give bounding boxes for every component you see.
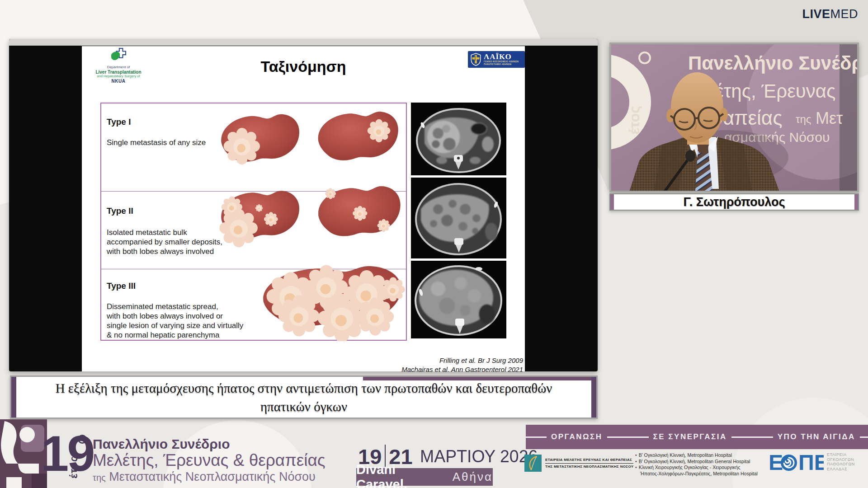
laiko-hospital-logo: ΛΑΪΚΟ ΓΕΝΙΚΟ ΝΟΣΟΚΟΜΕΙΟ ΑΘΗΝΩΝ ΠΑΝΕΠΙΣΤΗ… [468,51,525,68]
conference-logo [0,419,47,488]
liver-illustration-type2-right [311,182,404,249]
collab-item: •Β' Ογκολογική Κλινική, Metropolitan Gen… [635,459,766,465]
footer-conference-line1: Πανελλήνιο Συνέδριο [93,436,230,452]
backdrop-line1: Πανελλήνιο Συνέδρ [688,52,857,74]
collaboration-header: ΣΕ ΣΥΝΕΡΓΑΣΙΑ [653,432,727,441]
organization-header: ΟΡΓΑΝΩΣΗ [551,432,603,441]
edition-degree-mark [78,435,87,444]
lecture-title: Η εξέλιξη της μεταμόσχευσης ήπατος στην … [20,380,587,416]
footer-conf-line3-small: της [93,473,106,483]
backdrop-line3b: της [796,113,811,125]
presentation-slide: Department of Liver Transplantation and … [82,46,525,371]
venue-bar: Divani Caravel, Αθήνα [356,468,493,486]
eope-text-lines: ΕΤΑΙΡΕΙΑ ΟΓΚΟΛΟΓΩΝ ΠΑΘΟΛΟΓΩΝ ΕΛΛΑΔΑΣ [827,452,855,471]
lecture-title-line1: Η εξέλιξη της μεταμόσχευσης ήπατος στην … [56,379,552,398]
footer-conference-line2: Μελέτης, Έρευνας & θεραπείας [93,451,326,470]
bullet: • [635,465,637,470]
venue-city: Αθήνα [453,470,493,484]
auspices-header-group: ΥΠΟ ΤΗΝ ΑΙΓΙΔΑ [752,425,868,449]
eope-letters-pe: ΠΕ [798,451,824,474]
emeth-society-icon [524,455,542,472]
speaker-name-bar: Γ. Σωτηρόπουλος [609,193,859,211]
laiko-name: ΛΑΪΚΟ [484,53,519,61]
speaker-name: Γ. Σωτηρόπουλος [684,195,785,209]
slide-title: Ταξινόμηση [82,58,525,75]
ct-scan-type2 [411,178,506,258]
footer-conference-line3: της Μεταστατικής Νεοπλασματικής Νόσου [93,470,316,484]
lecture-bar-left-cap [11,377,16,418]
laiko-shield-icon [470,53,481,66]
name-bar-right-cap [854,194,858,210]
livemed-med: MED [830,7,859,21]
auspices-header: ΥΠΟ ΤΗΝ ΑΙΓΙΔΑ [778,432,855,441]
collab-item: •Κλινική Χειρουργικής Ογκολογίας - Χειρο… [635,465,766,471]
ct-scan-type3 [411,261,506,338]
reference-1: Frilling et al. Br J Surg 2009 [362,356,523,365]
reference-2: Machairas et al. Ann Gastroenterol 2021 [362,365,523,374]
livemed-live: LIVE [802,7,830,21]
dept-line4: NKUA [89,79,148,84]
ct-scan-type1 [411,103,506,175]
eope-line: ΟΓΚΟΛΟΓΩΝ [827,457,855,462]
collab-item-continuation: Ήπατος-Χοληφόρων-Παγκρέατος, Metropolita… [635,471,766,477]
backdrop-line2: Λέτης, Έρευνας [703,80,835,102]
emeth-line2: ΤΗΣ ΜΕΤΑΣΤΑΤΙΚΗΣ ΝΕΟΠΛΑΣΜΑΤΙΚΗΣ ΝΟΣΟΥ [545,465,633,469]
name-bar-left-cap [610,194,614,210]
collab-item: •Β' Ογκολογική Κλινική, Metropolitan Hos… [635,452,766,459]
lecture-title-bar: Η εξέλιξη της μεταμόσχευσης ήπατος στην … [10,375,598,419]
screen: LIVEMED Department of Liver Transplantat… [0,0,868,488]
header-line [752,436,773,438]
emeth-line1: ΕΤΑΙΡΕΙΑ ΜΕΛΕΤΗΣ ΕΡΕΥΝΑΣ ΚΑΙ ΘΕΡΑΠΕΙΑΣ [545,458,633,464]
eope-logo: Ε ΠΕ [769,451,824,474]
slide-top-strip [9,39,598,46]
speaker-video[interactable]: έτος Πανελλήνιο Συνέδρ Λέτης, Έρευνας ερ… [609,42,859,192]
eope-line: ΕΤΑΙΡΕΙΑ [827,452,855,457]
eope-line: ΠΑΘΟΛΟΓΩΝ [827,462,855,467]
eope-line: ΕΛΛΑΔΑΣ [827,467,855,472]
emeth-society-logo-block: ΕΤΑΙΡΕΙΑ ΜΕΛΕΤΗΣ ΕΡΕΥΝΑΣ ΚΑΙ ΘΕΡΑΠΕΙΑΣ Τ… [524,455,633,472]
lecture-title-line2: ηπατικών όγκων [260,398,347,416]
lecture-bar-right-cap [591,377,596,418]
eope-logo-block: Ε ΠΕ ΕΤΑΙΡΕΙΑ ΟΓΚΟΛΟΓΩΝ ΠΑΘΟΛΟΓΩΝ ΕΛΛΑΔΑ… [769,451,855,474]
liver-illustration-type3 [252,258,408,341]
collaboration-header-group: ΣΕ ΣΥΝΕΡΓΑΣΙΑ [628,425,752,449]
liver-illustration-type1-left [215,109,303,175]
bullet: • [635,459,637,464]
header-line [860,436,868,438]
collab-item-text: Β' Ογκολογική Κλινική, Metropolitan Hosp… [639,452,732,458]
liver-illustration-type1-right [311,108,402,173]
slide-references: Frilling et al. Br J Surg 2009 Machairas… [362,356,523,375]
venue-name: Divani Caravel, [356,462,449,488]
footer-purple-band: ΟΡΓΑΝΩΣΗ ΣΕ ΣΥΝΕΡΓΑΣΙΑ ΥΠΟ ΤΗΝ ΑΙΓΙΔΑ [526,425,868,449]
livemed-logo: LIVEMED [802,7,858,21]
edition-word-vertical: έτος [68,451,83,483]
speaker-video-scene: έτος Πανελλήνιο Συνέδρ Λέτης, Έρευνας ερ… [611,44,857,191]
liver-illustration-type2-left [215,184,303,253]
header-line [731,436,752,438]
collab-item-text: Κλινική Χειρουργικής Ογκολογίας - Χειρου… [639,465,741,470]
collab-item-text: Β' Ογκολογική Κλινική, Metropolitan Gene… [639,459,750,464]
header-line [607,436,628,438]
laiko-sub2: ΠΑΝΕΠΙΣΤΗΜΙΟ ΑΘΗΝΩΝ [484,63,519,66]
backdrop-etos-vertical: έτος [626,106,642,135]
backdrop-line3c: Μετ [816,109,843,127]
collaboration-list: •Β' Ογκολογική Κλινική, Metropolitan Hos… [635,452,766,477]
header-line [628,436,649,438]
footer-conf-line3-main: Μεταστατικής Νεοπλασματικής Νόσου [109,470,316,483]
organization-header-group: ΟΡΓΑΝΩΣΗ [526,425,628,449]
header-line [526,436,547,438]
bullet: • [635,452,637,458]
